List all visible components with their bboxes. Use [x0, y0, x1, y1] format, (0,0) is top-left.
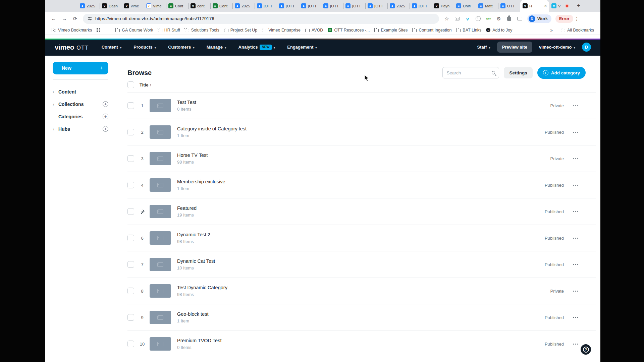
bookmark-item[interactable]: Solutions Tools [182, 27, 222, 34]
browser-tab[interactable]: Cont [210, 0, 232, 12]
new-button[interactable]: New + [53, 62, 108, 74]
category-thumbnail[interactable] [150, 99, 171, 112]
category-title[interactable]: Featured [177, 205, 524, 211]
table-row[interactable]: 3 Horse TV Test 98 Items Private [127, 145, 596, 172]
bookmark-item[interactable] [105, 26, 113, 34]
all-bookmarks[interactable]: All Bookmarks [558, 27, 596, 34]
category-thumbnail[interactable] [150, 231, 171, 245]
table-row[interactable]: Featured 19 Items Published [127, 198, 596, 225]
bookmark-item[interactable]: Vimeo Enterprise [260, 27, 303, 34]
category-title[interactable]: Geo-block test [177, 311, 524, 317]
table-row[interactable]: 2 Category inside of Category test 1 Ite… [127, 119, 596, 145]
browser-tab[interactable]: [OTT [343, 0, 365, 12]
category-thumbnail[interactable] [150, 125, 171, 139]
bookmark-item[interactable]: HR Stuff [156, 27, 182, 34]
bookmark-item[interactable]: Vimeo Bookmarks [49, 27, 94, 34]
category-thumbnail[interactable] [150, 337, 171, 351]
row-menu-icon[interactable] [573, 211, 578, 212]
browser-tab[interactable]: [OTT [321, 0, 343, 12]
nav-menu-item[interactable]: Engagement [287, 45, 317, 50]
sidebar-item[interactable]: › Collections [53, 98, 108, 110]
row-menu-icon[interactable] [573, 317, 578, 318]
add-circle-icon[interactable] [103, 114, 108, 119]
extensions-puzzle-icon[interactable] [505, 15, 513, 22]
row-menu-icon[interactable] [573, 264, 578, 265]
category-title[interactable]: Membership exclusive [177, 179, 524, 184]
category-thumbnail[interactable] [150, 311, 171, 324]
browser-tab[interactable]: Unifi [454, 0, 476, 12]
row-menu-icon[interactable] [573, 185, 578, 186]
bookmark-item[interactable]: Add to Joy [484, 27, 515, 34]
browser-tab[interactable]: [OTT [299, 0, 321, 12]
search-icon[interactable] [492, 71, 495, 74]
category-title[interactable]: Test Dynamic Category [177, 285, 524, 290]
browser-tab[interactable]: 2025 [232, 0, 255, 12]
category-title[interactable]: Test Test [177, 100, 524, 105]
spin-extension-icon[interactable]: Spin [485, 15, 492, 22]
nav-menu-item[interactable]: Products [133, 45, 156, 50]
row-checkbox[interactable] [127, 208, 134, 215]
table-row[interactable]: 9 Geo-block test 1 Item Published [127, 304, 596, 331]
row-menu-icon[interactable] [573, 132, 578, 133]
browser-tab[interactable]: OTT [498, 0, 520, 12]
error-badge[interactable]: Error [555, 15, 573, 23]
category-thumbnail[interactable] [150, 178, 171, 192]
address-bar[interactable]: https://vimeo-ott-demo.vhx.tv/admin/mana… [83, 14, 439, 24]
browser-tab[interactable]: Matt [476, 0, 498, 12]
add-category-button[interactable]: Add category [537, 67, 586, 79]
table-row[interactable]: 4 Membership exclusive 1 Item Published [127, 172, 596, 198]
row-menu-icon[interactable] [573, 291, 578, 292]
browser-tab[interactable]: [OTT [365, 0, 387, 12]
profile-chip[interactable]: D Work [527, 14, 551, 23]
row-checkbox[interactable] [127, 155, 134, 162]
row-checkbox[interactable] [127, 182, 134, 188]
browser-tab[interactable]: H × [520, 0, 549, 12]
account-menu[interactable]: vimeo-ott-demo [539, 45, 575, 50]
category-thumbnail[interactable] [150, 152, 171, 165]
category-title[interactable]: Dynamic Test 2 [177, 232, 524, 237]
bookmark-item[interactable] [94, 27, 105, 33]
bookmark-item[interactable]: AVOD [303, 27, 326, 34]
search-input[interactable] [446, 70, 492, 75]
row-menu-icon[interactable] [573, 238, 578, 239]
sidebar-item[interactable]: Categories [53, 110, 108, 123]
bookmark-star-icon[interactable]: ☆ [443, 15, 450, 22]
url-text[interactable]: https://vimeo-ott-demo.vhx.tv/admin/mana… [95, 16, 214, 21]
table-row[interactable]: 6 Dynamic Test 2 98 Items Published [127, 225, 596, 251]
bookmark-item[interactable]: BAT Links [454, 27, 484, 34]
category-thumbnail[interactable] [150, 284, 171, 298]
row-checkbox[interactable] [127, 129, 134, 135]
tab-close-icon[interactable]: × [544, 3, 547, 8]
browser-tab[interactable]: [OTT [255, 0, 277, 12]
browser-tab[interactable]: Payn [432, 0, 454, 12]
add-circle-icon[interactable] [103, 126, 108, 132]
table-row[interactable]: 1 Test Test 0 Items Private [127, 93, 596, 119]
row-checkbox[interactable] [127, 288, 134, 294]
bookmark-item[interactable]: Project Set Up [222, 27, 260, 34]
nav-menu-item[interactable]: Analytics NEW [238, 45, 275, 50]
camera-extension-icon[interactable] [453, 15, 461, 22]
bookmark-item[interactable]: Example Sites [372, 27, 410, 34]
site-controls-icon[interactable] [88, 16, 92, 21]
row-checkbox[interactable] [127, 261, 134, 268]
preview-site-button[interactable]: Preview site [497, 42, 532, 53]
clock-extension-icon[interactable] [474, 15, 482, 22]
row-checkbox[interactable] [127, 314, 134, 321]
browser-tab[interactable]: [OTT [410, 0, 432, 12]
browser-tab[interactable]: vime [122, 0, 144, 12]
sidebar-item[interactable]: › Content [53, 85, 108, 98]
table-row[interactable]: 7 Dynamic Cat Test 10 Items Published [127, 251, 596, 278]
browser-tab[interactable]: 2025 [387, 0, 410, 12]
bookmarks-overflow-icon[interactable] [547, 27, 555, 33]
settings-extension-icon[interactable]: ⚙ [495, 15, 502, 22]
browser-tab[interactable]: V [549, 0, 571, 12]
category-thumbnail[interactable] [150, 258, 171, 271]
browser-tab[interactable]: cont [188, 0, 210, 12]
settings-button[interactable]: Settings [504, 67, 532, 78]
sidebar-item[interactable]: › Hubs [53, 123, 108, 135]
browser-tab[interactable]: Vime [144, 0, 166, 12]
table-row[interactable]: 8 Test Dynamic Category 98 Items Private [127, 278, 596, 304]
category-title[interactable]: Horse TV Test [177, 153, 524, 158]
help-button[interactable]: ? [581, 344, 591, 355]
select-all-checkbox[interactable] [127, 81, 134, 88]
